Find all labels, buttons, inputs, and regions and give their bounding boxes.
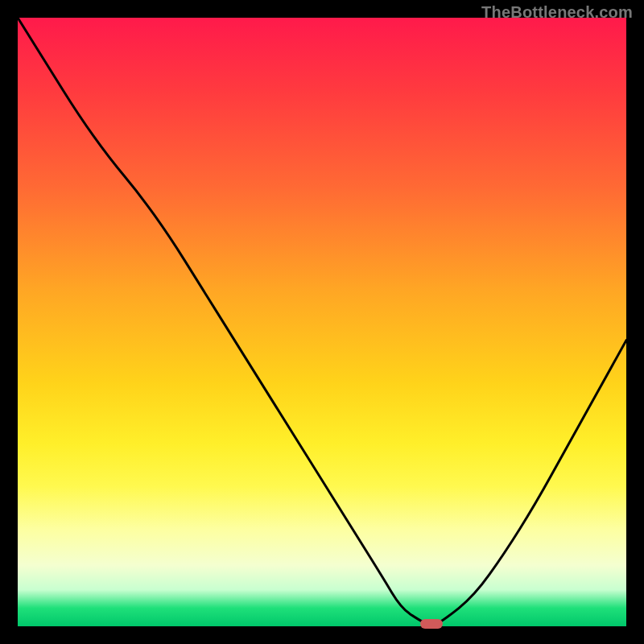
plot-area <box>18 18 626 626</box>
chart-frame: TheBottleneck.com <box>0 0 644 644</box>
optimal-point-marker <box>420 619 443 629</box>
watermark-text: TheBottleneck.com <box>481 3 633 22</box>
bottleneck-curve-svg <box>18 18 626 626</box>
bottleneck-curve-path <box>18 18 626 625</box>
